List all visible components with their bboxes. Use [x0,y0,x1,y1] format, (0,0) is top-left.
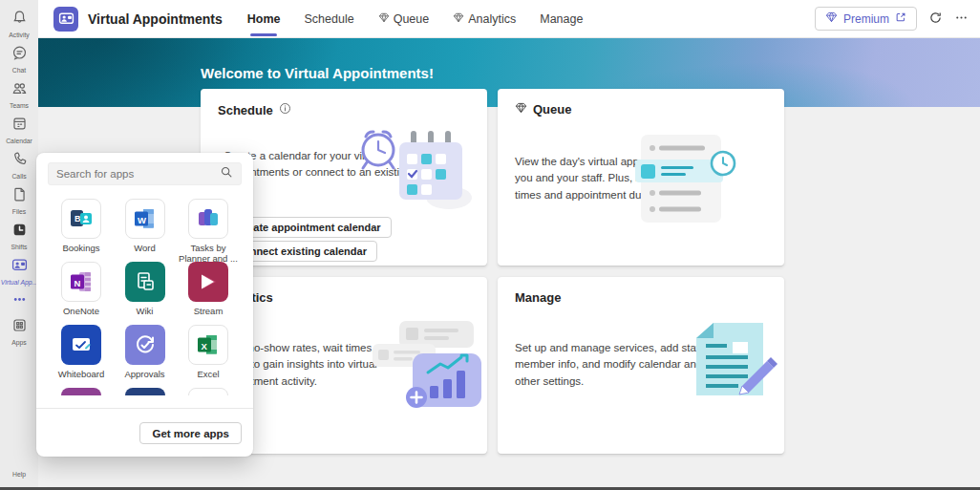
page-title: Virtual Appointments [88,11,223,27]
app-item-label: Stream [194,306,224,316]
schedule-card-title: Schedule [218,102,291,117]
stream-icon [188,262,228,302]
search-icon [220,165,233,182]
get-more-apps-button[interactable]: Get more apps [139,422,242,444]
tab-schedule[interactable]: Schedule [305,0,354,38]
tab-home[interactable]: Home [247,0,281,38]
open-external-icon [895,11,906,26]
manage-document-illustration [687,319,782,407]
svg-text:B: B [75,214,81,224]
sidebar-item-teams[interactable]: Teams [0,76,38,112]
app-item-partial-1[interactable] [50,388,113,395]
tab-label: Manage [540,12,583,26]
shifts-icon [11,222,28,242]
teams-icon [11,80,28,100]
sidebar-item-label: Teams [10,102,29,109]
app-item-excel[interactable]: X Excel [177,325,240,388]
apps-grid-icon [11,317,28,337]
sidebar-item-label: Shifts [11,244,28,250]
tab-label: Analytics [468,12,516,26]
app-item-approvals[interactable]: Approvals [114,325,177,388]
bell-icon [11,10,28,30]
file-icon [11,186,28,206]
queue-card-title: Queue [515,102,571,117]
app-item-word[interactable]: W Word [114,199,177,262]
chat-icon [11,45,28,65]
virtual-appointments-app-icon [53,7,78,32]
app-tile-partial [188,388,228,395]
popup-divider [36,408,253,409]
word-icon: W [125,199,165,239]
sidebar-item-activity[interactable]: Activity [0,6,38,41]
app-tile-partial [125,388,165,395]
card-title-text: Manage [515,290,561,305]
manage-card: Manage Set up and manage services, add s… [498,277,784,454]
app-grid-scroll-area[interactable]: B Bookings W Word Tasks by Planner and .… [36,193,253,395]
queue-list-illustration [601,129,758,233]
app-item-partial-2[interactable] [114,388,177,395]
info-icon[interactable] [279,102,291,117]
app-search-popup: B Bookings W Word Tasks by Planner and .… [36,153,253,457]
wiki-icon [125,262,165,302]
sidebar-item-files[interactable]: Files [0,182,38,218]
app-item-label: Bookings [62,243,99,253]
tab-queue[interactable]: Queue [378,0,430,38]
tab-bar: Home Schedule Queue Analytics Manage [247,0,584,38]
app-search-box[interactable] [48,162,242,185]
app-item-bookings[interactable]: B Bookings [50,199,113,262]
sidebar-item-label: Virtual App... [1,279,38,286]
sidebar-item-help[interactable]: Help [0,452,38,478]
svg-text:W: W [138,215,146,225]
tab-label: Home [247,12,281,26]
app-item-onenote[interactable]: N OneNote [50,262,113,325]
phone-icon [11,151,28,171]
sidebar-item-calendar[interactable]: Calendar [0,112,38,147]
app-item-label: Whiteboard [58,369,105,379]
sidebar-item-label: Help [12,471,26,478]
welcome-banner-title: Welcome to Virtual Appointments! [201,65,434,81]
sidebar-item-label: Files [12,208,26,215]
sidebar-item-shifts[interactable]: Shifts [0,218,38,253]
premium-button[interactable]: Premium [815,7,917,31]
sidebar-item-label: Calls [11,173,26,180]
sidebar-item-apps[interactable]: Apps [0,313,38,349]
planner-tasks-icon [188,199,228,239]
app-item-whiteboard[interactable]: Whiteboard [50,325,113,388]
app-item-wiki[interactable]: Wiki [114,262,177,325]
card-title-text: Schedule [218,103,273,117]
app-item-label: OneNote [63,306,99,316]
premium-diamond-icon [378,12,390,26]
sidebar-item-chat[interactable]: Chat [0,41,38,76]
sidebar-item-label: Calendar [6,138,32,144]
premium-button-label: Premium [843,12,889,26]
excel-icon: X [188,325,228,365]
premium-diamond-icon [453,12,464,26]
app-item-label: Wiki [137,306,154,316]
analytics-chart-illustration [369,317,483,418]
app-grid: B Bookings W Word Tasks by Planner and .… [36,193,253,395]
app-item-planner[interactable]: Tasks by Planner and ... [177,199,240,262]
tab-analytics[interactable]: Analytics [453,0,516,38]
queue-card: Queue View the day's virtual appointment… [498,89,784,266]
tab-label: Schedule [305,12,354,26]
bookings-icon: B [61,199,101,239]
tab-label: Queue [394,12,430,26]
app-item-partial-3[interactable] [177,388,240,395]
sidebar-item-label: Activity [9,32,30,38]
manage-card-body: Set up and manage services, add staff me… [515,340,706,390]
sidebar-item-more[interactable] [0,288,38,313]
manage-card-title: Manage [515,290,561,305]
approvals-icon [125,325,165,365]
ellipsis-icon [954,11,969,28]
sidebar-item-calls[interactable]: Calls [0,147,38,182]
app-item-label: Excel [197,369,219,379]
app-item-label: Word [134,243,156,253]
more-options-button[interactable] [954,11,969,28]
whiteboard-icon [61,325,101,365]
tab-manage[interactable]: Manage [540,0,583,38]
sidebar-item-virtual-appointments[interactable]: Virtual App... [0,253,38,288]
refresh-button[interactable] [928,11,943,28]
app-item-stream[interactable]: Stream [177,262,240,325]
premium-diamond-icon [825,11,838,26]
search-input[interactable] [56,168,220,180]
